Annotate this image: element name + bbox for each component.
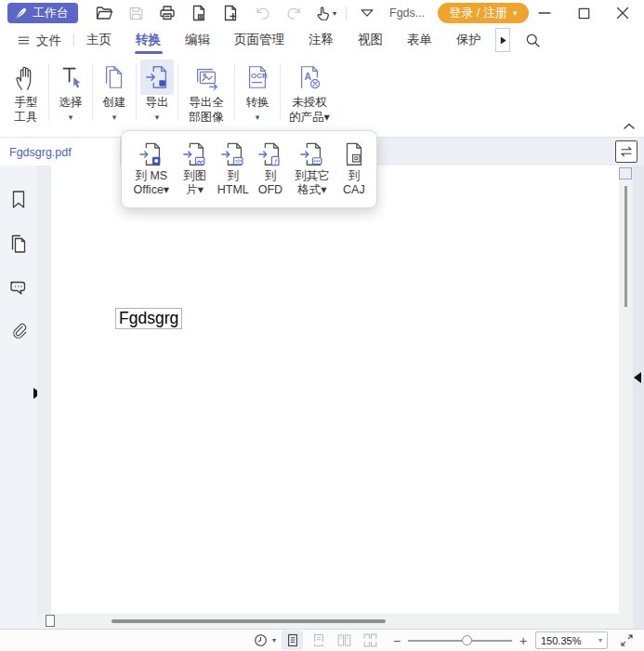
print-icon — [158, 4, 177, 22]
horizontal-scrollbar-thumb[interactable] — [112, 619, 386, 623]
tool-label-line1: 未授权 — [292, 95, 327, 110]
dropdown-caret-icon: ▾ — [155, 110, 160, 125]
unauthorized-product-button[interactable]: A 未授权 的产品▾ — [283, 60, 336, 125]
export-caj-icon — [340, 140, 368, 168]
menu-item-file[interactable]: 文件 — [9, 26, 73, 54]
menu-label: 视图 — [358, 33, 383, 46]
attachments-panel-button[interactable] — [7, 319, 31, 343]
export-to-ms-office-item[interactable]: 到 MS Office▾ — [126, 140, 177, 197]
menu-item-form[interactable]: 表单 — [395, 26, 444, 54]
facing-continuous-view-button[interactable] — [360, 631, 381, 650]
export-to-other-formats-item[interactable]: 到其它 格式▾ — [288, 140, 336, 197]
maximize-button[interactable] — [570, 2, 598, 24]
toolbar-options-button[interactable] — [356, 2, 378, 24]
page-thumbnails-panel-button[interactable] — [7, 232, 31, 256]
single-page-view-button[interactable] — [282, 631, 303, 650]
more-menus-button[interactable] — [495, 28, 510, 52]
create-pdf-button[interactable]: 创建 ▾ — [95, 60, 134, 125]
document-tab[interactable]: Fgdsgrg.pdf — [0, 138, 121, 166]
bookmarks-panel-button[interactable] — [7, 188, 31, 212]
play-right-icon — [499, 35, 507, 46]
tool-label-line1: 转换 — [246, 95, 269, 110]
comments-icon — [8, 277, 30, 299]
menu-item-convert[interactable]: 转换 — [124, 26, 173, 54]
save-button — [125, 2, 147, 24]
page-minus-icon — [190, 4, 208, 22]
horizontal-scrollbar[interactable] — [37, 614, 633, 629]
export-ofd-icon: ƒ — [256, 140, 284, 168]
menu-item-comment[interactable]: 注释 — [296, 26, 346, 54]
facing-page-view-button[interactable] — [334, 631, 355, 650]
continuous-page-view-button[interactable] — [308, 631, 329, 650]
fullscreen-button[interactable] — [616, 631, 637, 651]
zoom-slider-thumb[interactable] — [462, 635, 472, 645]
ocr-convert-icon: OCR — [243, 62, 271, 92]
workspace-button[interactable]: 工作台 — [7, 3, 78, 23]
pdf-editor-window: 工作台 — [0, 0, 644, 651]
toolbar-separator — [48, 63, 49, 121]
navigation-sidebar — [0, 166, 37, 629]
export-image-icon — [181, 140, 209, 168]
export-button[interactable]: 导出 ▾ — [138, 60, 176, 125]
pdf-page[interactable] — [51, 166, 620, 614]
redo-icon — [285, 5, 303, 22]
close-icon — [613, 4, 632, 22]
page-layout-group — [282, 631, 381, 650]
zoom-in-button[interactable]: + — [517, 633, 530, 648]
search-button[interactable] — [521, 29, 544, 51]
search-icon — [524, 32, 542, 49]
view-mode-button[interactable] — [251, 631, 271, 651]
comments-panel-button[interactable] — [7, 275, 31, 299]
facing-pages-icon — [336, 632, 352, 648]
menu-item-view[interactable]: 视图 — [346, 26, 395, 54]
hand-tool-quick-button[interactable]: ▾ — [314, 5, 336, 22]
export-to-image-item[interactable]: 到图 片▾ — [177, 140, 214, 197]
html-glyph-text: </> — [234, 158, 241, 164]
menu-label: 保护 — [456, 33, 481, 46]
close-button[interactable] — [609, 2, 637, 24]
vscroll-top-box — [619, 167, 632, 179]
export-item-line1: 到 — [265, 169, 277, 183]
vertical-scrollbar-thumb[interactable] — [624, 186, 627, 307]
right-panel-expand-handle[interactable] — [634, 372, 641, 383]
export-html-icon: </> — [219, 140, 247, 168]
select-tool-button[interactable]: 选择 ▾ — [51, 60, 90, 125]
create-pdf-icon — [100, 62, 128, 92]
export-to-html-item[interactable]: </> 到 HTML — [214, 140, 253, 197]
export-to-ofd-item[interactable]: ƒ 到 OFD — [253, 140, 288, 197]
ocr-glyph-text: OCR — [251, 72, 268, 80]
insert-page-button[interactable] — [219, 2, 242, 24]
panel-toggle-button[interactable] — [615, 140, 637, 163]
export-other-formats-icon — [298, 140, 326, 168]
title-bar: 工作台 — [0, 0, 644, 26]
print-button[interactable] — [156, 2, 178, 24]
export-ms-office-icon — [138, 140, 165, 168]
export-item-line1: 到 — [228, 169, 240, 183]
zoom-out-button[interactable]: − — [390, 633, 403, 648]
a-glyph-text: A — [304, 72, 311, 82]
vertical-scrollbar[interactable] — [619, 166, 633, 614]
tool-label-line1: 选择 — [59, 95, 83, 110]
ribbon-collapse-button[interactable] — [620, 120, 638, 133]
open-file-button[interactable] — [93, 2, 115, 24]
menu-item-home[interactable]: 主页 — [74, 26, 124, 54]
maximize-icon — [575, 5, 593, 22]
extract-page-button[interactable] — [188, 2, 210, 24]
export-to-caj-item[interactable]: 到 CAJ — [336, 140, 372, 197]
menu-item-protect[interactable]: 保护 — [444, 26, 493, 54]
zoom-level-select[interactable]: 150.35% ▾ — [535, 631, 608, 649]
zoom-slider[interactable] — [408, 634, 512, 647]
ocr-convert-button[interactable]: OCR 转换 ▾ — [237, 60, 278, 125]
tool-label-line1: 手型 — [15, 95, 38, 110]
menu-item-page-management[interactable]: 页面管理 — [222, 26, 296, 54]
menu-item-edit[interactable]: 编辑 — [173, 26, 222, 54]
zoom-caret-icon: ▾ — [598, 636, 602, 644]
document-text[interactable]: Fgdsgrg — [115, 308, 182, 329]
zoom-slider-track — [408, 640, 512, 642]
hand-tool-button[interactable]: 手型 工具 — [6, 60, 46, 125]
minimize-button[interactable] — [531, 2, 559, 24]
login-register-button[interactable]: 登录 / 注册 ▾ — [438, 3, 528, 23]
export-all-images-button[interactable]: 导出全 部图像 — [180, 60, 232, 125]
hand-tool-icon — [12, 62, 40, 92]
redo-button — [283, 2, 305, 24]
